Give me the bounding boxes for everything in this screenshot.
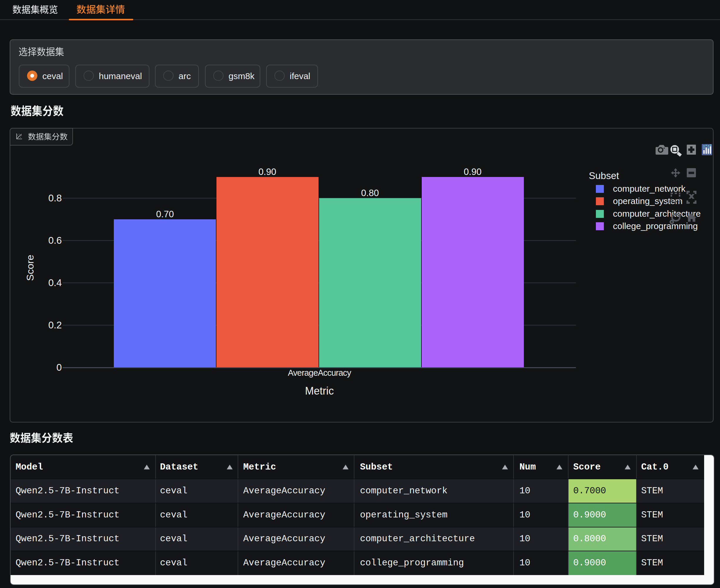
svg-text:Metric: Metric (305, 385, 334, 397)
svg-text:Score: Score (24, 255, 36, 281)
svg-text:0.4: 0.4 (48, 277, 62, 288)
svg-text:0.90: 0.90 (464, 167, 481, 177)
svg-text:0.8: 0.8 (48, 193, 62, 204)
svg-text:0.70: 0.70 (156, 209, 174, 219)
svg-text:0.2: 0.2 (48, 320, 62, 331)
svg-text:0: 0 (57, 362, 62, 373)
svg-text:0.90: 0.90 (259, 167, 276, 177)
svg-text:0.6: 0.6 (48, 235, 62, 246)
svg-text:Subset: Subset (589, 170, 619, 181)
svg-text:AverageAccuracy: AverageAccuracy (288, 368, 351, 378)
svg-text:0.80: 0.80 (361, 188, 379, 198)
